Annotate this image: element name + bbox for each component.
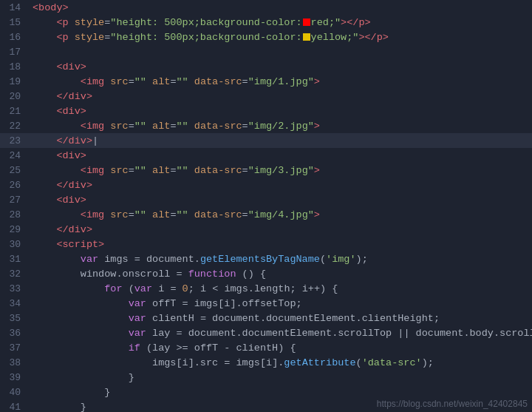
- line-15: 15 <p style="height: 500px;background-co…: [0, 15, 532, 30]
- line-16: 16 <p style="height: 500px;background-co…: [0, 30, 532, 44]
- line-29: 29 </div>: [0, 222, 532, 237]
- line-31: 31 var imgs = document.getElementsByTagN…: [0, 251, 532, 266]
- line-27: 27 <div>: [0, 192, 532, 207]
- line-35: 35 var clientH = document.documentElemen…: [0, 311, 532, 325]
- line-26: 26 </div>: [0, 178, 532, 192]
- line-37: 37 if (lay >= offT - clientH) {: [0, 340, 532, 355]
- line-28: 28 <img src="" alt="" data-src="img/4.jp…: [0, 207, 532, 222]
- line-40: 40 }: [0, 385, 532, 399]
- line-23: 23 </div>|: [0, 133, 532, 148]
- watermark: https://blog.csdn.net/weixin_42402845: [377, 399, 528, 409]
- line-24: 24 <div>: [0, 148, 532, 163]
- line-34: 34 var offT = imgs[i].offsetTop;: [0, 296, 532, 311]
- line-25: 25 <img src="" alt="" data-src="img/3.jp…: [0, 163, 532, 178]
- code-area: 14 <body> 15 <p style="height: 500px;bac…: [0, 0, 532, 412]
- line-36: 36 var lay = document.documentElement.sc…: [0, 325, 532, 340]
- line-38: 38 imgs[i].src = imgs[i].getAttribute('d…: [0, 355, 532, 370]
- line-18: 18 <div>: [0, 59, 532, 74]
- line-39: 39 }: [0, 370, 532, 385]
- line-30: 30 <script>: [0, 237, 532, 251]
- code-editor: 14 <body> 15 <p style="height: 500px;bac…: [0, 0, 532, 412]
- line-17: 17: [0, 44, 532, 59]
- line-22: 22 <img src="" alt="" data-src="img/2.jp…: [0, 118, 532, 133]
- line-33: 33 for (var i = 0; i < imgs.length; i++)…: [0, 281, 532, 296]
- line-21: 21 <div>: [0, 104, 532, 118]
- line-19: 19 <img src="" alt="" data-src="img/1.jp…: [0, 74, 532, 89]
- line-32: 32 window.onscroll = function () {: [0, 266, 532, 281]
- line-14: 14 <body>: [0, 0, 532, 15]
- line-20: 20 </div>: [0, 89, 532, 104]
